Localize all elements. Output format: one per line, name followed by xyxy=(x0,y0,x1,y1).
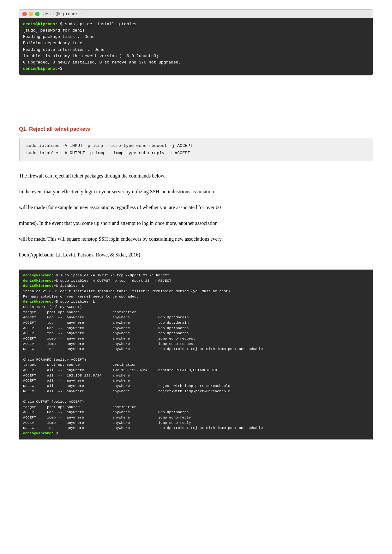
b-prompt-5: denis@kiprono: xyxy=(23,431,54,435)
prompt-1: denis@kiprono: xyxy=(23,22,57,27)
b-out-4: target prot opt source destination xyxy=(23,310,136,314)
b-blank-2 xyxy=(23,394,25,398)
output-5: iptables is already the newest version (… xyxy=(23,54,161,58)
b-out-19: Chain OUTPUT (policy ACCEPT) xyxy=(23,400,84,404)
b-out-7: ACCEPT udp -- anywhere anywhere udp dpt:… xyxy=(23,326,189,330)
b-cmd-3: ~$ iptables -L xyxy=(54,284,84,288)
minimize-btn[interactable] xyxy=(29,12,33,16)
b-out-5: ACCEPT udp -- anywhere anywhere udp dpt:… xyxy=(23,315,189,319)
b-out-23: ACCEPT icmp -- anywhere anywhere icmp ec… xyxy=(23,421,191,425)
b-out-12: Chain FORWARD (policy ACCEPT) xyxy=(23,358,86,362)
close-btn[interactable] xyxy=(22,12,27,16)
cmd-2: ~$ xyxy=(57,66,63,71)
b-out-10: ACCEPT icmp -- anywhere anywhere icmp ec… xyxy=(23,342,195,346)
b-out-16: ACCEPT all -- anywhere anywhere xyxy=(23,378,130,382)
b-out-8: ACCEPT tcp -- anywhere anywhere tcp dpt:… xyxy=(23,331,189,335)
b-out-21: ACCEPT udp -- anywhere anywhere udp dpt:… xyxy=(23,410,189,414)
b-cmd-5: ~$ xyxy=(54,431,58,435)
b-out-13: target prot opt source destination xyxy=(23,363,136,367)
b-out-9: ACCEPT icmp -- anywhere anywhere icmp ec… xyxy=(23,336,195,340)
question-heading: Q1. Reject all telnet packets xyxy=(19,126,373,132)
code-line-2: sudo iptables -A OUTPUT -p icmp --icmp-t… xyxy=(26,150,367,157)
output-4: Reading state information... Done xyxy=(23,47,104,52)
b-out-15: ACCEPT all -- 192.168.122.0/24 anywhere xyxy=(23,373,130,377)
b-prompt-3: denis@kiprono: xyxy=(23,284,54,288)
output-6: 0 upgraded, 0 newly installed, 0 to remo… xyxy=(23,60,181,65)
b-out-11: REJECT tcp -- anywhere anywhere tcp dpt:… xyxy=(23,347,263,351)
prompt-2: denis@kiprono: xyxy=(23,66,57,71)
terminal-title: denis@kiprono: ~ xyxy=(43,11,83,16)
body-paragraph-1: The firewall can reject all telnet packa… xyxy=(19,171,373,181)
b-out-6: ACCEPT tcp -- anywhere anywhere tcp dpt:… xyxy=(23,321,189,325)
output-3: Building dependency tree xyxy=(23,41,82,45)
cmd-1: ~$ sudo apt-get install iptables xyxy=(57,22,136,27)
top-terminal: denis@kiprono: ~ denis@kiprono:~$ sudo a… xyxy=(19,9,373,75)
b-prompt-4: denis@kiprono: xyxy=(23,299,54,304)
body-paragraph-6: hour(Applebaum, Li, Levitt, Parsons, Row… xyxy=(19,250,373,260)
terminal-top-body: denis@kiprono:~$ sudo apt-get install ip… xyxy=(19,18,373,75)
b-prompt-1: denis@kiprono: xyxy=(23,273,54,277)
body-paragraph-5: will be made. This will square nonstop S… xyxy=(19,234,373,244)
bottom-terminal: denis@kiprono:~$ sudo iptables -A INPUT … xyxy=(19,269,373,440)
code-line-1: sudo iptables -A INPUT -p icmp --icmp-ty… xyxy=(26,142,367,150)
b-prompt-2: denis@kiprono: xyxy=(23,279,54,283)
output-2: Reading package lists... Done xyxy=(23,34,94,39)
body-paragraph-4: minutes). In the event that you come up … xyxy=(19,218,373,228)
maximize-btn[interactable] xyxy=(35,12,39,16)
body-paragraph-2: In the event that you effectively login … xyxy=(19,187,373,197)
code-block: sudo iptables -A INPUT -p icmp --icmp-ty… xyxy=(19,138,373,161)
terminal-titlebar: denis@kiprono: ~ xyxy=(19,10,373,18)
b-out-17: REJECT all -- anywhere anywhere reject-w… xyxy=(23,384,230,388)
b-out-18: REJECT all -- anywhere anywhere reject-w… xyxy=(23,389,230,393)
b-out-22: ACCEPT icmp -- anywhere anywhere icmp ec… xyxy=(23,415,191,419)
b-cmd-2: ~$ sudo iptables -A OUTPUT -p tcp --dpor… xyxy=(54,279,172,283)
terminal-bottom-body: denis@kiprono:~$ sudo iptables -A INPUT … xyxy=(19,270,373,439)
b-blank-1 xyxy=(23,352,25,356)
b-out-2: Perhaps iptables or your kernel needs to… xyxy=(23,294,139,298)
b-out-14: ACCEPT all -- anywhere 192.168.122.0/24 … xyxy=(23,368,217,372)
b-cmd-1: ~$ sudo iptables -A INPUT -p tcp --dport… xyxy=(54,273,169,277)
b-out-24: REJECT tcp -- anywhere anywhere tcp dpt:… xyxy=(23,426,263,430)
b-cmd-4: ~$ sudo iptables -L xyxy=(54,299,95,304)
b-out-1: iptables v1.6.0: can't initialize iptabl… xyxy=(23,289,230,293)
b-out-20: target prot opt source destination xyxy=(23,405,136,409)
body-paragraph-3: will be made (for example no new associa… xyxy=(19,202,373,213)
output-1: [sudo] password for denis: xyxy=(23,28,87,33)
b-out-3: Chain INPUT (policy ACCEPT) xyxy=(23,305,82,309)
